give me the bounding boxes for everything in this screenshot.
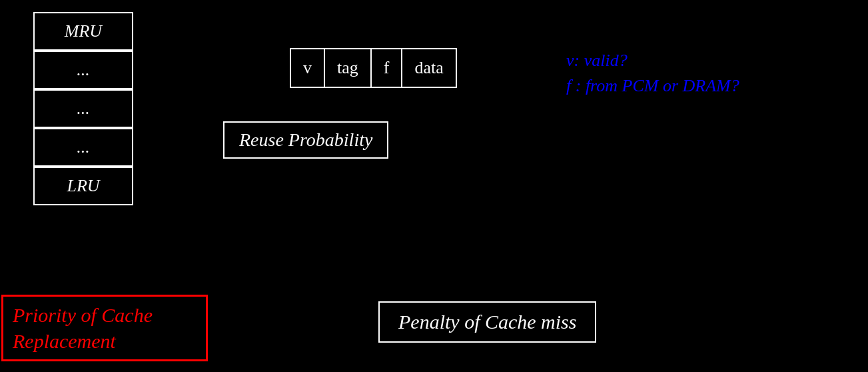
cache-field-data: data xyxy=(401,48,456,88)
priority-line1: Priority of Cache xyxy=(13,304,153,326)
cache-stack: MRU ... ... ... LRU xyxy=(33,12,133,205)
field-labels: v: valid? f : from PCM or DRAM? xyxy=(566,48,739,98)
cache-cell-dots1: ... xyxy=(33,51,133,89)
cache-cell-mru: MRU xyxy=(33,12,133,51)
field-label-valid: v: valid? xyxy=(566,48,739,73)
field-label-from: f : from PCM or DRAM? xyxy=(566,73,739,99)
cache-field-f: f xyxy=(370,48,403,88)
cache-field-tag: tag xyxy=(324,48,372,88)
cache-cell-dots2: ... xyxy=(33,89,133,128)
cache-cell-lru: LRU xyxy=(33,167,133,205)
reuse-probability-box: Reuse Probability xyxy=(223,121,388,159)
cache-field-v: v xyxy=(290,48,325,88)
cache-cell-dots3: ... xyxy=(33,128,133,167)
priority-cache-replacement-box: Priority of Cache Replacement xyxy=(1,295,208,361)
penalty-cache-miss-box: Penalty of Cache miss xyxy=(378,301,596,343)
priority-line2: Replacement xyxy=(13,330,116,352)
cache-fields-row: v tag f data xyxy=(290,48,457,88)
